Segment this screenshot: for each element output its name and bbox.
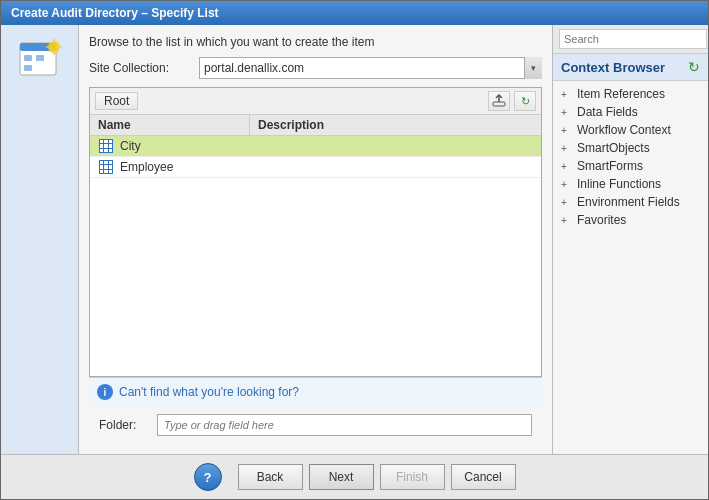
list-container: Root ↻ Name	[89, 87, 542, 377]
tree-item-label: Inline Functions	[577, 177, 661, 191]
expand-icon: +	[561, 197, 573, 208]
tree-item-label: Environment Fields	[577, 195, 680, 209]
svg-rect-10	[493, 102, 505, 106]
tree-item-smartobjects[interactable]: + SmartObjects	[553, 139, 708, 157]
tree-item-label: Favorites	[577, 213, 626, 227]
expand-icon: +	[561, 143, 573, 154]
tree-item-favorites[interactable]: + Favorites	[553, 211, 708, 229]
tree-item-environment-fields[interactable]: + Environment Fields	[553, 193, 708, 211]
list-toolbar: Root ↻	[90, 88, 541, 115]
svg-rect-2	[24, 55, 32, 61]
tree-item-workflow-context[interactable]: + Workflow Context	[553, 121, 708, 139]
cannot-find-bar: i Can't find what you're looking for?	[89, 377, 542, 406]
dialog: Create Audit Directory – Specify List Br…	[0, 0, 709, 500]
title-bar-label: Create Audit Directory – Specify List	[11, 6, 219, 20]
site-collection-row: Site Collection: portal.denallix.com ▾	[89, 57, 542, 79]
list-row-icon	[96, 160, 116, 174]
list-row-name: City	[116, 139, 541, 153]
svg-point-5	[48, 41, 60, 53]
folder-label: Folder:	[99, 418, 149, 432]
grid-icon	[99, 160, 113, 174]
table-row[interactable]: City	[90, 136, 541, 157]
table-row[interactable]: Employee	[90, 157, 541, 178]
tree-item-data-fields[interactable]: + Data Fields	[553, 103, 708, 121]
right-panel-wrapper: 🔍 Context Browser ↻ + Item References +	[553, 25, 708, 454]
list-rows: City Employee	[90, 136, 541, 376]
help-button[interactable]: ?	[194, 463, 222, 491]
wizard-icon	[16, 35, 64, 83]
instruction-text: Browse to the list in which you want to …	[89, 35, 542, 49]
left-panel	[1, 25, 79, 454]
info-icon: i	[97, 384, 113, 400]
site-collection-select-wrapper[interactable]: portal.denallix.com ▾	[199, 57, 542, 79]
cannot-find-text: Can't find what you're looking for?	[119, 385, 299, 399]
tree-area: + Item References + Data Fields + Workfl…	[553, 81, 708, 454]
finish-button[interactable]: Finish	[380, 464, 445, 490]
site-collection-label: Site Collection:	[89, 61, 199, 75]
context-browser-title: Context Browser	[561, 60, 665, 75]
tree-item-smartforms[interactable]: + SmartForms	[553, 157, 708, 175]
tree-item-label: Item References	[577, 87, 665, 101]
dialog-body: Browse to the list in which you want to …	[1, 25, 708, 454]
list-row-icon	[96, 139, 116, 153]
list-header-name: Name	[90, 115, 250, 135]
tree-item-inline-functions[interactable]: + Inline Functions	[553, 175, 708, 193]
back-button[interactable]: Back	[238, 464, 303, 490]
title-bar: Create Audit Directory – Specify List	[1, 1, 708, 25]
upload-icon	[492, 94, 506, 108]
folder-row: Folder:	[89, 406, 542, 444]
list-header: Name Description	[90, 115, 541, 136]
expand-icon: +	[561, 179, 573, 190]
right-panel: 🔍 Context Browser ↻ + Item References +	[553, 25, 708, 454]
list-header-desc: Description	[250, 115, 541, 135]
tree-item-item-references[interactable]: + Item References	[553, 85, 708, 103]
button-bar: ? Back Next Finish Cancel	[1, 454, 708, 499]
context-browser-header: Context Browser ↻	[553, 54, 708, 81]
expand-icon: +	[561, 161, 573, 172]
expand-icon: +	[561, 107, 573, 118]
refresh-list-btn[interactable]: ↻	[514, 91, 536, 111]
upload-icon-btn[interactable]	[488, 91, 510, 111]
folder-input[interactable]	[157, 414, 532, 436]
tree-item-label: Data Fields	[577, 105, 638, 119]
search-input[interactable]	[559, 29, 707, 49]
expand-icon: +	[561, 89, 573, 100]
breadcrumb-root-button[interactable]: Root	[95, 92, 138, 110]
refresh-icon: ↻	[521, 95, 530, 108]
tree-item-label: Workflow Context	[577, 123, 671, 137]
svg-rect-3	[36, 55, 44, 61]
tree-item-label: SmartObjects	[577, 141, 650, 155]
main-area: Browse to the list in which you want to …	[79, 25, 553, 454]
site-collection-select[interactable]: portal.denallix.com	[199, 57, 542, 79]
tree-item-label: SmartForms	[577, 159, 643, 173]
cancel-button[interactable]: Cancel	[451, 464, 516, 490]
grid-icon	[99, 139, 113, 153]
context-browser-refresh-icon[interactable]: ↻	[688, 59, 700, 75]
expand-icon: +	[561, 215, 573, 226]
list-row-name: Employee	[116, 160, 541, 174]
expand-icon: +	[561, 125, 573, 136]
svg-rect-4	[24, 65, 32, 71]
next-button[interactable]: Next	[309, 464, 374, 490]
search-bar: 🔍	[553, 25, 708, 54]
